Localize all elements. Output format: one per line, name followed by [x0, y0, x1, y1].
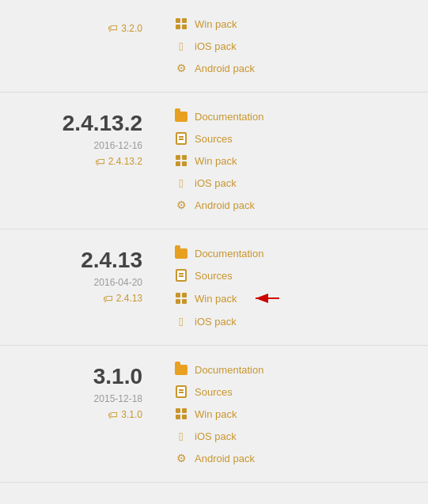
sources-icon: [174, 385, 188, 399]
link-win-1-2[interactable]: Win pack: [174, 151, 428, 170]
link-ios-1-3[interactable]: iOS pack: [174, 173, 428, 192]
version-tag[interactable]: 🏷3.1.0: [108, 409, 142, 421]
link-sources-3-1[interactable]: Sources: [174, 382, 428, 401]
link-ios-2-3[interactable]: iOS pack: [174, 312, 428, 331]
version-number: 2.4.13.2: [0, 110, 142, 137]
link-doc-3-0[interactable]: Documentation: [174, 360, 428, 379]
sources-icon: [174, 131, 188, 146]
link-sources-1-1[interactable]: Sources: [174, 129, 428, 148]
version-tag[interactable]: 🏷2.4.13: [103, 293, 142, 305]
ios-icon: : [174, 39, 188, 53]
version-date: 2016-04-20: [0, 277, 142, 288]
doc-icon: [174, 109, 188, 123]
link-label: Sources: [195, 133, 233, 145]
version-links-panel: DocumentationSourcesWin packiOS pack⚙An…: [166, 360, 428, 468]
link-label: iOS pack: [195, 177, 237, 189]
link-ios-0-1[interactable]: iOS pack: [174, 36, 428, 55]
tag-label: 2.4.13.2: [108, 156, 142, 167]
version-links-panel: Win packiOS pack⚙Android pack: [166, 14, 428, 78]
version-number: 3.1.0: [0, 363, 142, 390]
link-label: iOS pack: [195, 430, 237, 442]
version-left-panel: 2.4.132016-04-20🏷2.4.13: [0, 244, 166, 331]
version-section-v3-1-0: 3.1.02015-12-18🏷3.1.0DocumentationSource…: [0, 346, 428, 483]
link-label: Sources: [195, 386, 233, 398]
link-android-0-2[interactable]: ⚙Android pack: [174, 59, 428, 78]
link-label: iOS pack: [195, 40, 237, 52]
version-left-panel: 2.4.13.22016-12-16🏷2.4.13.2: [0, 107, 166, 214]
android-icon: ⚙: [174, 61, 188, 75]
link-android-1-4[interactable]: ⚙Android pack: [174, 195, 428, 214]
ios-icon: : [174, 176, 188, 190]
tag-icon: 🏷: [108, 409, 118, 421]
version-left-panel: 🏷3.2.0: [0, 14, 166, 78]
tag-icon: 🏷: [103, 293, 113, 305]
version-section-v2-4-13: 2.4.132016-04-20🏷2.4.13DocumentationSour…: [0, 229, 428, 346]
win-icon: [174, 153, 188, 168]
link-win-0-0[interactable]: Win pack: [174, 14, 428, 33]
link-label: Android pack: [195, 199, 255, 211]
version-left-panel: 3.1.02015-12-18🏷3.1.0: [0, 360, 166, 468]
sources-icon: [174, 268, 188, 282]
win-icon: [174, 407, 188, 421]
link-label: Documentation: [195, 248, 263, 260]
link-label: iOS pack: [195, 316, 237, 328]
version-section-v2-4-13-2: 2.4.13.22016-12-16🏷2.4.13.2Documentation…: [0, 93, 428, 229]
link-label: Win pack: [195, 155, 237, 167]
tag-label: 3.2.0: [121, 23, 142, 34]
tag-label: 2.4.13: [116, 293, 142, 304]
link-ios-3-3[interactable]: iOS pack: [174, 426, 428, 445]
link-android-3-4[interactable]: ⚙Android pack: [174, 449, 428, 468]
link-label: Documentation: [195, 364, 263, 376]
link-win-3-2[interactable]: Win pack: [174, 404, 428, 423]
version-tag[interactable]: 🏷2.4.13.2: [95, 156, 142, 168]
android-icon: ⚙: [174, 198, 188, 212]
tag-icon: 🏷: [108, 22, 118, 34]
link-label: Win pack: [195, 18, 237, 30]
link-doc-1-0[interactable]: Documentation: [174, 107, 428, 126]
ios-icon: : [174, 429, 188, 443]
tag-icon: 🏷: [95, 156, 105, 168]
tag-label: 3.1.0: [121, 409, 142, 420]
link-sources-2-1[interactable]: Sources: [174, 266, 428, 285]
win-icon: [174, 291, 188, 305]
ios-icon: : [174, 314, 188, 328]
version-links-panel: DocumentationSourcesWin packiOS pack⚙An…: [166, 107, 428, 214]
link-label: Android pack: [195, 453, 255, 464]
link-label: Android pack: [195, 63, 255, 74]
link-label: Win pack: [195, 408, 237, 420]
doc-icon: [174, 246, 188, 260]
link-doc-2-0[interactable]: Documentation: [174, 244, 428, 263]
version-number: 2.4.13: [0, 247, 142, 274]
version-tag[interactable]: 🏷3.2.0: [108, 22, 142, 34]
link-label: Sources: [195, 270, 233, 282]
version-section-v3-2-0-top: 🏷3.2.0Win packiOS pack⚙Android pack: [0, 0, 428, 93]
version-date: 2016-12-16: [0, 140, 142, 151]
version-links-panel: DocumentationSourcesWin pack iOS pack: [166, 244, 428, 331]
win-icon: [174, 17, 188, 31]
link-win-2-2[interactable]: Win pack: [174, 288, 428, 309]
arrow-indicator: [249, 290, 281, 306]
android-icon: ⚙: [174, 451, 188, 465]
doc-icon: [174, 362, 188, 377]
version-date: 2015-12-18: [0, 393, 142, 404]
link-label: Win pack: [195, 293, 237, 305]
link-label: Documentation: [195, 111, 263, 123]
